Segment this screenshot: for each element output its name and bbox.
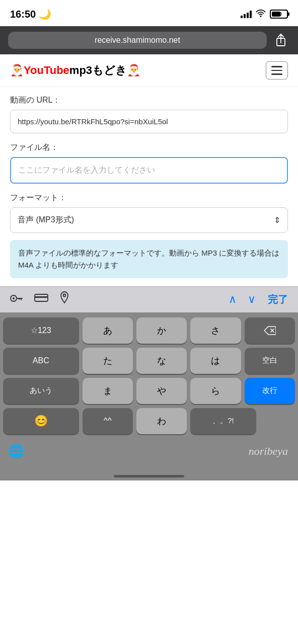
moon-icon: 🌙 — [39, 8, 51, 20]
key-empty — [260, 408, 295, 434]
keyboard-row-1: ☆123 あ か さ — [0, 317, 298, 344]
logo-rest: mp3もどき🎅 — [69, 63, 140, 78]
keyboard-toolbar: ∧ ∨ 完了 — [0, 286, 298, 312]
logo-youtube: YouTube — [24, 64, 69, 77]
keyboard-nav-right: ∧ ∨ 完了 — [225, 292, 288, 307]
arrow-up-button[interactable]: ∧ — [225, 292, 241, 307]
key-return[interactable]: 改行 — [245, 378, 295, 404]
file-label: ファイル名： — [10, 142, 288, 153]
key-emoji[interactable]: 😊 — [3, 408, 79, 434]
status-icons: 60 — [241, 9, 288, 19]
logo-emoji: 🎅 — [10, 64, 24, 77]
status-bar: 16:50 🌙 60 — [0, 0, 298, 26]
svg-point-2 — [13, 297, 15, 299]
site-logo: 🎅 YouTube mp3もどき🎅 — [10, 63, 140, 78]
keyboard-row-3: あいう ま や ら 改行 — [0, 378, 298, 404]
battery-icon: 60 — [270, 10, 288, 19]
done-button[interactable]: 完了 — [268, 293, 288, 306]
url-label: 動画の URL： — [10, 95, 288, 106]
site-header: 🎅 YouTube mp3もどき🎅 — [0, 54, 298, 87]
key-ya[interactable]: や — [136, 378, 187, 404]
browser-bar: receive.shamimomo.net — [0, 26, 298, 54]
filename-input[interactable]: ここにファイル名を入力してください — [10, 157, 288, 184]
card-icon[interactable] — [34, 293, 48, 306]
home-bar — [114, 475, 184, 477]
japanese-keyboard: ☆123 あ か さ ABC た な は — [0, 312, 298, 480]
globe-icon[interactable]: 🌐 — [8, 443, 24, 459]
info-text: 音声ファイルの標準的なフォーマットです。動画から MP3 に変換する場合は M4… — [18, 249, 279, 269]
signal-icon — [241, 10, 252, 18]
home-indicator — [0, 464, 298, 480]
key-na[interactable]: な — [136, 348, 187, 374]
format-select[interactable]: 音声 (MP3形式) ⇕ — [10, 207, 288, 233]
key-abc[interactable]: ABC — [3, 348, 79, 374]
format-value: 音声 (MP3形式) — [18, 215, 74, 225]
keyboard-tools-left — [10, 291, 69, 307]
keyboard-row-2: ABC た な は 空白 — [0, 348, 298, 374]
wifi-icon — [256, 9, 266, 19]
delete-key[interactable] — [245, 317, 295, 344]
keyboard-bottom-bar: 🌐 noribeya — [0, 438, 298, 464]
menu-button[interactable] — [266, 61, 288, 79]
key-aiu[interactable]: あいう — [3, 378, 79, 404]
key-ka[interactable]: か — [136, 317, 187, 344]
info-box: 音声ファイルの標準的なフォーマットです。動画から MP3 に変換する場合は M4… — [10, 240, 288, 278]
select-arrow-icon: ⇕ — [274, 215, 280, 225]
watermark: noribeya — [249, 445, 288, 458]
arrow-down-button[interactable]: ∨ — [244, 292, 260, 307]
key-sa[interactable]: さ — [190, 317, 241, 344]
svg-point-8 — [63, 294, 66, 297]
keyboard-row-4: 😊 ^^ わ 、。?! — [0, 408, 298, 434]
key-space[interactable]: 空白 — [245, 348, 295, 374]
key-a[interactable]: あ — [83, 317, 133, 344]
key-ha[interactable]: は — [190, 348, 241, 374]
key-dakuten[interactable]: ^^ — [83, 408, 133, 434]
status-time: 16:50 🌙 — [10, 8, 51, 20]
url-bar[interactable]: receive.shamimomo.net — [8, 32, 267, 49]
password-icon[interactable] — [10, 293, 23, 306]
key-123[interactable]: ☆123 — [3, 317, 79, 344]
svg-rect-7 — [35, 296, 48, 298]
time-display: 16:50 — [10, 9, 36, 20]
hamburger-line-2 — [271, 70, 282, 71]
key-ta[interactable]: た — [83, 348, 133, 374]
location-icon[interactable] — [59, 291, 69, 307]
key-punctuation[interactable]: 、。?! — [190, 408, 256, 434]
form-area: 動画の URL： https://youtu.be/RTRkFhL5qpo?si… — [0, 87, 298, 286]
hamburger-line-3 — [271, 73, 282, 75]
hamburger-line-1 — [271, 66, 282, 67]
svg-rect-5 — [19, 298, 20, 300]
web-content: 🎅 YouTube mp3もどき🎅 動画の URL： https://youtu… — [0, 54, 298, 286]
format-label: フォーマット： — [10, 193, 288, 203]
key-ra[interactable]: ら — [190, 378, 241, 404]
key-ma[interactable]: ま — [83, 378, 133, 404]
svg-rect-4 — [21, 298, 22, 300]
key-wa[interactable]: わ — [136, 408, 187, 434]
share-button[interactable] — [272, 31, 290, 49]
url-input-display[interactable]: https://youtu.be/RTRkFhL5qpo?si=nbXuiL5o… — [10, 110, 288, 133]
